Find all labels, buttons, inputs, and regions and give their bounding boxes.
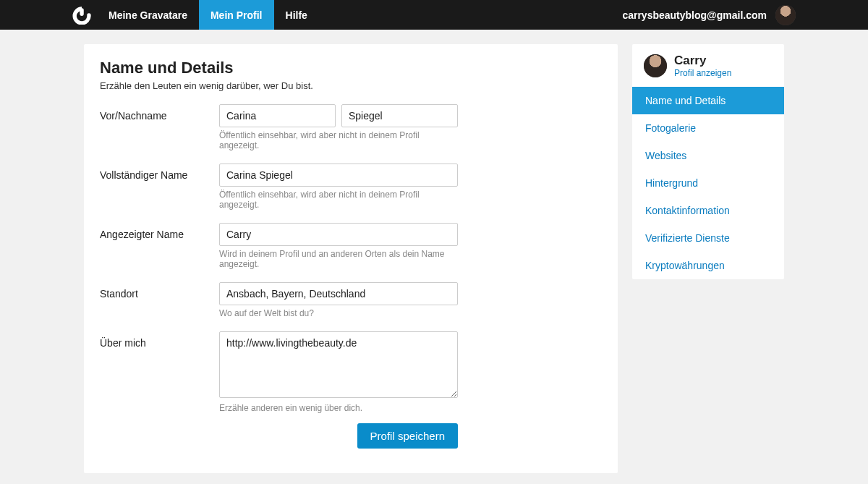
hint-first-last: Öffentlich einsehbar, wird aber nicht in… <box>219 130 458 150</box>
first-name-input[interactable] <box>219 104 336 127</box>
hint-display-name: Wird in deinem Profil und an anderen Ort… <box>219 249 458 269</box>
sidebar-item-websites[interactable]: Websites <box>632 142 784 169</box>
gravatar-logo-icon <box>72 6 91 25</box>
label-full-name: Vollständiger Name <box>100 164 219 210</box>
label-display-name: Angezeigter Name <box>100 223 219 269</box>
sidebar-item-kontaktinformation[interactable]: Kontaktinformation <box>632 197 784 224</box>
sidebar-item-hintergrund[interactable]: Hintergrund <box>632 169 784 197</box>
gravatar-logo[interactable] <box>72 0 97 30</box>
nav-hilfe[interactable]: Hilfe <box>274 0 319 30</box>
user-avatar-medium <box>644 54 667 77</box>
profile-sidebar: Carry Profil anzeigen Name und Details F… <box>632 44 784 279</box>
about-textarea[interactable] <box>219 331 458 398</box>
user-email[interactable]: carrysbeautyblog@gmail.com <box>622 0 775 30</box>
sidebar-user-name: Carry <box>674 54 731 68</box>
page-title: Name und Details <box>100 59 602 77</box>
label-about: Über mich <box>100 331 219 449</box>
display-name-input[interactable] <box>219 223 458 246</box>
hint-location: Wo auf der Welt bist du? <box>219 308 458 318</box>
full-name-input[interactable] <box>219 164 458 187</box>
view-profile-link[interactable]: Profil anzeigen <box>674 68 731 78</box>
label-location: Standort <box>100 282 219 318</box>
label-first-last: Vor/Nachname <box>100 104 219 150</box>
profile-form-card: Name und Details Erzähle den Leuten ein … <box>84 44 618 473</box>
save-profile-button[interactable]: Profil speichern <box>357 423 458 449</box>
nav-mein-profil[interactable]: Mein Profil <box>199 0 274 30</box>
location-input[interactable] <box>219 282 458 305</box>
sidebar-item-krypto[interactable]: Kryptowährungen <box>632 252 784 279</box>
sidebar-item-fotogalerie[interactable]: Fotogalerie <box>632 114 784 142</box>
hint-about: Erzähle anderen ein wenig über dich. <box>219 403 458 413</box>
sidebar-item-name-details[interactable]: Name und Details <box>632 87 784 114</box>
hint-full-name: Öffentlich einsehbar, wird aber nicht in… <box>219 190 458 210</box>
user-avatar-small[interactable] <box>775 5 796 25</box>
last-name-input[interactable] <box>341 104 458 127</box>
nav-meine-gravatare[interactable]: Meine Gravatare <box>97 0 199 30</box>
page-subtitle: Erzähle den Leuten ein wenig darüber, we… <box>100 80 602 91</box>
sidebar-item-verifizierte-dienste[interactable]: Verifizierte Dienste <box>632 224 784 252</box>
